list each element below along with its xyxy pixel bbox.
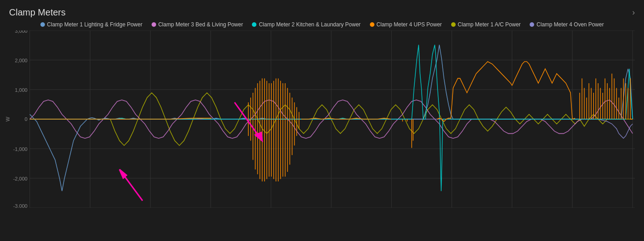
legend-label-cm4-ups: Clamp Meter 4 UPS Power	[377, 21, 442, 28]
header: Clamp Meters ›	[9, 7, 635, 18]
page-title: Clamp Meters	[9, 7, 65, 18]
dashboard-container: Clamp Meters › Clamp Meter 1 Lighting & …	[0, 0, 644, 241]
chevron-right-icon[interactable]: ›	[632, 8, 635, 17]
svg-text:3,000: 3,000	[15, 30, 28, 34]
legend-color-cm4-ups	[370, 22, 374, 27]
legend-label-cm1-ac: Clamp Meter 1 A/C Power	[458, 21, 521, 28]
svg-text:2,000: 2,000	[15, 57, 28, 63]
legend-item-cm1-lighting[interactable]: Clamp Meter 1 Lighting & Fridge Power	[40, 21, 143, 28]
legend-label-cm3-bed: Clamp Meter 3 Bed & Living Power	[158, 21, 243, 28]
svg-text:-2,000: -2,000	[13, 176, 28, 181]
svg-marker-87	[255, 133, 262, 141]
legend-color-cm2-kitchen	[252, 22, 256, 27]
chart-area: W 3,000 2,000 1,000 0 -1,000 -2,000 -3,0…	[9, 30, 635, 208]
y-axis-unit: W	[5, 117, 10, 121]
legend-item-cm4-ups[interactable]: Clamp Meter 4 UPS Power	[370, 21, 442, 28]
legend-label-cm1-lighting: Clamp Meter 1 Lighting & Fridge Power	[47, 21, 143, 28]
svg-text:1,000: 1,000	[15, 87, 28, 93]
legend-color-cm3-bed	[152, 22, 156, 27]
svg-text:0: 0	[25, 116, 27, 122]
legend-item-cm4-oven[interactable]: Clamp Meter 4 Oven Power	[530, 21, 604, 28]
legend-item-cm1-ac[interactable]: Clamp Meter 1 A/C Power	[451, 21, 521, 28]
legend-color-cm1-ac	[451, 22, 456, 27]
legend-item-cm2-kitchen[interactable]: Clamp Meter 2 Kitchen & Laundary Power	[252, 21, 360, 28]
legend-item-cm3-bed[interactable]: Clamp Meter 3 Bed & Living Power	[152, 21, 243, 28]
svg-text:-1,000: -1,000	[13, 146, 28, 151]
legend-color-cm1-lighting	[40, 22, 45, 27]
legend-label-cm4-oven: Clamp Meter 4 Oven Power	[536, 21, 604, 28]
legend-color-cm4-oven	[530, 22, 534, 27]
chart-legend: Clamp Meter 1 Lighting & Fridge PowerCla…	[9, 21, 635, 28]
svg-marker-89	[119, 170, 126, 178]
svg-text:-3,000: -3,000	[13, 203, 28, 208]
legend-label-cm2-kitchen: Clamp Meter 2 Kitchen & Laundary Power	[259, 21, 360, 28]
main-chart: 3,000 2,000 1,000 0 -1,000 -2,000 -3,000…	[9, 30, 635, 208]
